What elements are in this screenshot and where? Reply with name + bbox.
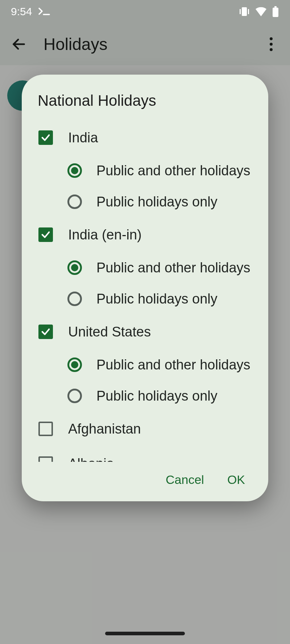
battery-icon [272, 6, 279, 17]
radio-label: Public and other holidays [96, 260, 250, 276]
country-row[interactable]: India (en-in) [36, 217, 254, 252]
radio-label: Public holidays only [96, 194, 218, 210]
checkbox-checked-icon[interactable] [38, 130, 53, 145]
dialog-title: National Holidays [22, 75, 268, 120]
radio-unselected-icon[interactable] [67, 292, 82, 306]
checkbox-checked-icon[interactable] [38, 227, 53, 242]
svg-rect-7 [248, 9, 249, 14]
radio-unselected-icon[interactable] [67, 195, 82, 209]
radio-row[interactable]: Public holidays only [36, 186, 254, 217]
radio-label: Public holidays only [96, 388, 218, 404]
vibrate-icon [239, 7, 250, 17]
checkbox-unchecked-icon[interactable] [38, 422, 53, 436]
status-time: 9:54 [11, 5, 32, 18]
svg-rect-5 [242, 7, 247, 16]
country-row[interactable]: United States [36, 314, 254, 349]
country-row[interactable]: Afghanistan [36, 411, 254, 446]
radio-selected-icon[interactable] [67, 163, 82, 178]
national-holidays-dialog: National Holidays IndiaPublic and other … [22, 75, 268, 501]
radio-label: Public and other holidays [96, 357, 250, 373]
country-label: Afghanistan [68, 421, 141, 437]
radio-row[interactable]: Public and other holidays [36, 252, 254, 283]
svg-rect-8 [273, 8, 278, 17]
radio-unselected-icon[interactable] [67, 389, 82, 403]
radio-selected-icon[interactable] [67, 357, 82, 372]
radio-label: Public holidays only [96, 291, 218, 307]
radio-selected-icon[interactable] [67, 260, 82, 275]
svg-rect-6 [240, 9, 241, 14]
country-row[interactable]: Albania [36, 446, 254, 462]
dialog-actions: Cancel OK [22, 462, 268, 501]
radio-row[interactable]: Public and other holidays [36, 155, 254, 186]
radio-row[interactable]: Public holidays only [36, 380, 254, 411]
radio-label: Public and other holidays [96, 163, 250, 179]
cancel-button[interactable]: Cancel [166, 473, 204, 487]
terminal-icon [38, 7, 51, 16]
radio-row[interactable]: Public holidays only [36, 283, 254, 314]
gesture-nav-pill[interactable] [105, 632, 185, 635]
country-row[interactable]: India [36, 120, 254, 155]
country-label: Albania [68, 456, 114, 462]
svg-rect-9 [274, 6, 277, 8]
ok-button[interactable]: OK [227, 473, 245, 487]
checkbox-checked-icon[interactable] [38, 325, 53, 339]
wifi-icon [255, 7, 267, 16]
status-bar: 9:54 [0, 0, 290, 23]
radio-row[interactable]: Public and other holidays [36, 349, 254, 380]
country-label: India (en-in) [68, 227, 142, 243]
country-label: India [68, 130, 98, 146]
country-label: United States [68, 324, 151, 340]
dialog-list[interactable]: IndiaPublic and other holidaysPublic hol… [22, 120, 268, 462]
checkbox-unchecked-icon[interactable] [38, 456, 53, 462]
